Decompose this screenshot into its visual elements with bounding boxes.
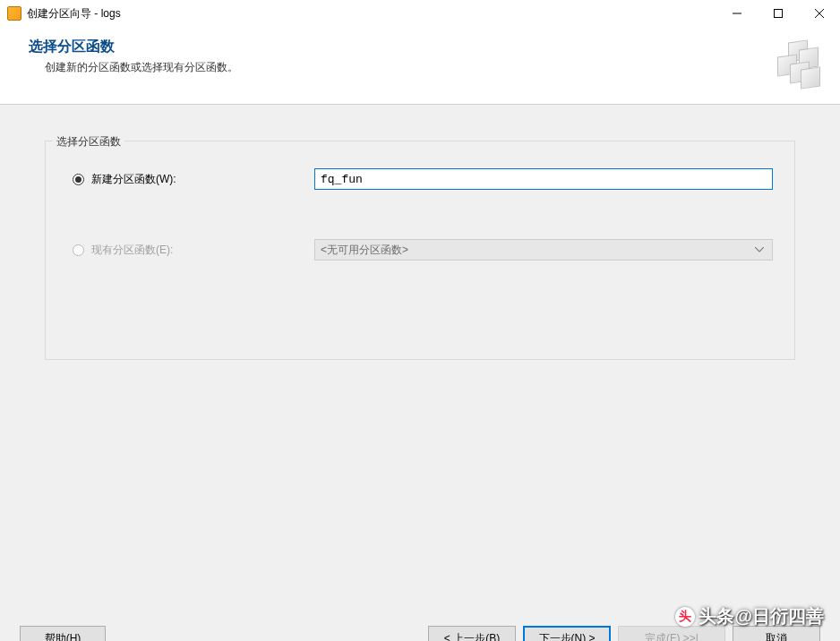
- new-function-row: 新建分区函数(W):: [67, 168, 773, 190]
- page-title: 选择分区函数: [29, 38, 772, 56]
- titlebar: 创建分区向导 - logs: [0, 0, 840, 27]
- finish-button: 完成(F) >>|: [618, 626, 725, 641]
- existing-function-label: 现有分区函数(E):: [91, 243, 173, 258]
- minimize-button[interactable]: [716, 0, 758, 27]
- new-function-label: 新建分区函数(W):: [91, 172, 176, 187]
- chevron-down-icon: [752, 247, 767, 252]
- cancel-button[interactable]: 取消: [733, 626, 820, 641]
- existing-function-combo: <无可用分区函数>: [314, 239, 773, 261]
- existing-function-radio: 现有分区函数(E):: [73, 243, 314, 258]
- radio-unselected-icon: [73, 244, 84, 256]
- back-button[interactable]: < 上一步(B): [428, 626, 516, 641]
- radio-selected-icon: [73, 174, 84, 185]
- page-subtitle: 创建新的分区函数或选择现有分区函数。: [45, 60, 772, 75]
- next-button[interactable]: 下一步(N) >: [523, 626, 611, 641]
- app-icon: [7, 6, 21, 21]
- new-function-radio[interactable]: 新建分区函数(W):: [73, 172, 314, 187]
- window-title: 创建分区向导 - logs: [27, 6, 716, 21]
- window-controls: [716, 0, 840, 27]
- group-legend: 选择分区函数: [53, 134, 124, 150]
- partition-function-group: 选择分区函数 新建分区函数(W): 现有分区函数(E): <无可用分区函数>: [45, 141, 795, 360]
- help-button[interactable]: 帮助(H): [20, 626, 106, 641]
- maximize-button[interactable]: [758, 0, 799, 27]
- wizard-header: 选择分区函数 创建新的分区函数或选择现有分区函数。: [0, 27, 840, 105]
- combo-placeholder: <无可用分区函数>: [321, 243, 752, 258]
- svg-rect-1: [775, 10, 783, 18]
- wizard-footer: 帮助(H) < 上一步(B) 下一步(N) > 完成(F) >>| 取消: [0, 626, 840, 641]
- close-button[interactable]: [799, 0, 840, 27]
- cubes-icon: [772, 38, 822, 88]
- new-function-input[interactable]: [314, 168, 773, 190]
- existing-function-row: 现有分区函数(E): <无可用分区函数>: [67, 239, 773, 261]
- main-content: 选择分区函数 新建分区函数(W): 现有分区函数(E): <无可用分区函数>: [0, 105, 840, 641]
